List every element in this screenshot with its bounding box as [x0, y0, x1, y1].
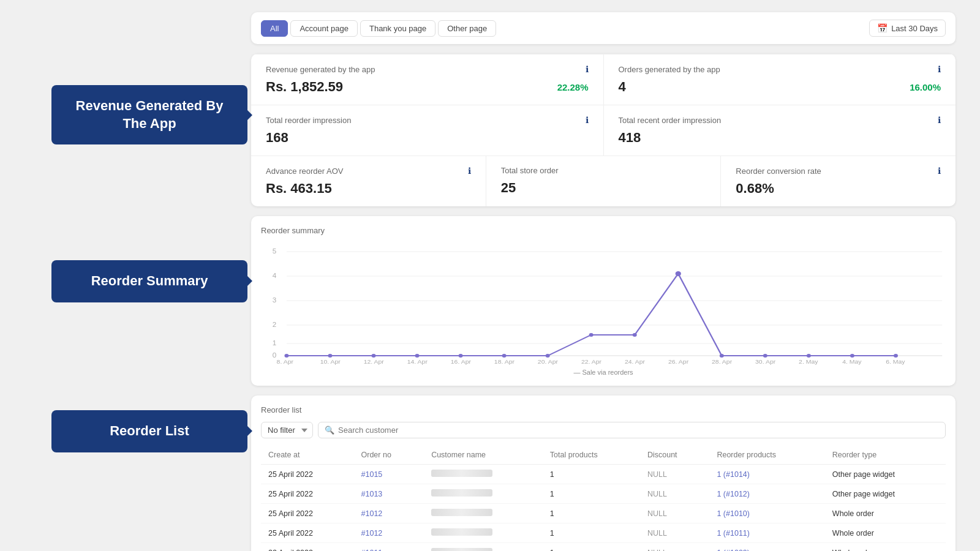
metrics-row-3: Advance reorder AOV ℹ Rs. 463.15 Total s…: [251, 156, 956, 206]
cell-total-products: 1: [543, 504, 640, 523]
info-icon-orders[interactable]: ℹ: [938, 64, 941, 74]
metric-recent-impression-value: 418: [619, 130, 641, 146]
date-filter[interactable]: 📅 Last 30 Days: [869, 20, 946, 37]
svg-point-25: [850, 354, 854, 358]
metric-orders-value: 4: [619, 79, 626, 95]
chart-area: 5 4 3 2 1 0: [261, 242, 946, 365]
reorder-list-title: Reorder list: [261, 405, 946, 414]
search-icon: 🔍: [325, 425, 334, 435]
chart-svg: 5 4 3 2 1 0: [261, 242, 946, 365]
cell-customer: [424, 523, 543, 543]
svg-point-14: [372, 354, 376, 358]
cell-discount: NULL: [640, 523, 709, 543]
info-icon-conversion[interactable]: ℹ: [938, 166, 941, 176]
cell-order-no[interactable]: #1011: [354, 543, 424, 552]
svg-point-22: [720, 354, 724, 358]
cell-date: 22 April 2022: [261, 543, 354, 552]
cell-reorder-type: Other page widget: [825, 484, 946, 504]
metric-recent-impression-label: Total recent order impression: [619, 116, 722, 125]
svg-point-15: [415, 354, 420, 358]
cell-discount: NULL: [640, 484, 709, 504]
svg-point-19: [589, 333, 594, 337]
table-row: 22 April 2022 #1011 1 NULL 1 (#1009) Who…: [261, 543, 946, 552]
metric-aov: Advance reorder AOV ℹ Rs. 463.15: [251, 156, 486, 206]
metric-orders-values: 4 16.00%: [619, 79, 941, 95]
cell-date: 25 April 2022: [261, 465, 354, 484]
table-row: 25 April 2022 #1012 1 NULL 1 (#1010) Who…: [261, 504, 946, 523]
cell-customer: [424, 504, 543, 523]
cell-reorder-products[interactable]: 1 (#1012): [709, 484, 824, 504]
search-input[interactable]: [338, 425, 939, 435]
cell-date: 25 April 2022: [261, 484, 354, 504]
cell-reorder-products[interactable]: 1 (#1014): [709, 465, 824, 484]
table-row: 25 April 2022 #1012 1 NULL 1 (#1011) Who…: [261, 523, 946, 543]
metric-store-order-values: 25: [501, 180, 706, 196]
metric-revenue: Revenue generated by the app ℹ Rs. 1,852…: [251, 54, 604, 105]
col-customer-name: Customer name: [424, 446, 543, 465]
svg-point-18: [546, 354, 550, 358]
tab-thankyou[interactable]: Thank you page: [360, 20, 435, 37]
metric-revenue-change: 22.28%: [557, 82, 589, 92]
col-discount: Discount: [640, 446, 709, 465]
info-icon-reorder-impression[interactable]: ℹ: [586, 115, 589, 125]
tab-all[interactable]: All: [261, 20, 288, 37]
table-header: Create at Order no Customer name Total p…: [261, 446, 946, 465]
cell-discount: NULL: [640, 465, 709, 484]
cell-reorder-type: Whole order: [825, 543, 946, 552]
chart-card: Reorder summary 5 4 3 2 1 0: [251, 216, 956, 386]
tabs-row: All Account page Thank you page Other pa…: [251, 12, 956, 44]
cell-order-no[interactable]: #1015: [354, 465, 424, 484]
svg-point-13: [328, 354, 332, 358]
metrics-row-1: Revenue generated by the app ℹ Rs. 1,852…: [251, 54, 956, 105]
cell-discount: NULL: [640, 543, 709, 552]
svg-text:22. Apr: 22. Apr: [581, 359, 602, 365]
metric-store-order-label: Total store order: [501, 166, 559, 175]
svg-text:24. Apr: 24. Apr: [625, 359, 646, 365]
info-icon-aov[interactable]: ℹ: [468, 166, 471, 176]
svg-text:12. Apr: 12. Apr: [364, 359, 385, 365]
col-create-at: Create at: [261, 446, 354, 465]
cell-order-no[interactable]: #1012: [354, 504, 424, 523]
svg-text:4: 4: [273, 272, 276, 279]
info-icon-revenue[interactable]: ℹ: [586, 64, 589, 74]
svg-text:6. May: 6. May: [886, 359, 905, 365]
cell-total-products: 1: [543, 523, 640, 543]
svg-text:18. Apr: 18. Apr: [494, 359, 515, 365]
col-reorder-type: Reorder type: [825, 446, 946, 465]
reorder-table: Create at Order no Customer name Total p…: [261, 446, 946, 551]
metric-store-order: Total store order 25: [486, 156, 722, 206]
col-order-no: Order no: [354, 446, 424, 465]
cell-reorder-products[interactable]: 1 (#1011): [709, 523, 824, 543]
metric-recent-impression-values: 418: [619, 130, 941, 146]
svg-text:16. Apr: 16. Apr: [451, 359, 472, 365]
svg-text:0: 0: [273, 352, 276, 359]
cell-reorder-type: Whole order: [825, 504, 946, 523]
annotation-revenue: Revenue Generated By The App: [51, 85, 247, 144]
svg-point-16: [459, 354, 463, 358]
table-body: 25 April 2022 #1015 1 NULL 1 (#1014) Oth…: [261, 465, 946, 552]
svg-text:2: 2: [273, 321, 276, 328]
svg-text:10. Apr: 10. Apr: [320, 359, 341, 365]
svg-text:2. May: 2. May: [799, 359, 818, 365]
metric-reorder-impression-label: Total reorder impression: [266, 116, 351, 125]
main-panel: All Account page Thank you page Other pa…: [251, 12, 956, 551]
svg-text:8. Apr: 8. Apr: [277, 359, 294, 365]
svg-point-26: [894, 354, 898, 358]
tab-account[interactable]: Account page: [290, 20, 358, 37]
metric-revenue-label: Revenue generated by the app: [266, 65, 375, 74]
cell-customer: [424, 484, 543, 504]
svg-text:14. Apr: 14. Apr: [407, 359, 428, 365]
chart-legend: — Sale via reorders: [261, 369, 946, 376]
cell-order-no[interactable]: #1012: [354, 523, 424, 543]
cell-reorder-products[interactable]: 1 (#1010): [709, 504, 824, 523]
metric-aov-value: Rs. 463.15: [266, 181, 332, 197]
filter-select[interactable]: No filter: [261, 422, 313, 438]
cell-reorder-products[interactable]: 1 (#1009): [709, 543, 824, 552]
tab-other[interactable]: Other page: [438, 20, 496, 37]
info-icon-recent-impression[interactable]: ℹ: [938, 115, 941, 125]
cell-order-no[interactable]: #1013: [354, 484, 424, 504]
cell-total-products: 1: [543, 543, 640, 552]
metrics-row-2: Total reorder impression ℹ 168 Total rec…: [251, 105, 956, 156]
tabs-left: All Account page Thank you page Other pa…: [261, 20, 496, 37]
search-box: 🔍: [318, 422, 946, 438]
